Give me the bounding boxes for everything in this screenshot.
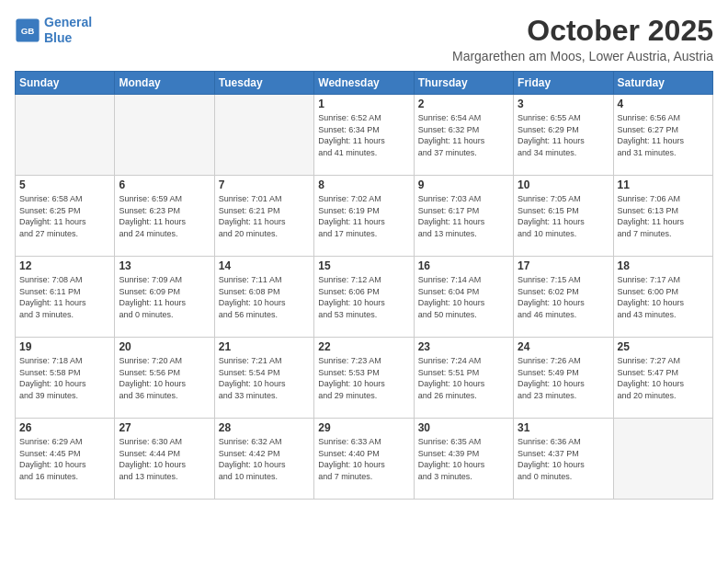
calendar-cell: 3Sunrise: 6:55 AM Sunset: 6:29 PM Daylig… — [514, 95, 613, 176]
day-info: Sunrise: 7:26 AM Sunset: 5:49 PM Dayligh… — [518, 355, 609, 401]
day-info: Sunrise: 7:18 AM Sunset: 5:58 PM Dayligh… — [19, 355, 110, 401]
calendar-cell — [214, 95, 313, 176]
day-number: 22 — [318, 340, 409, 353]
day-number: 9 — [418, 178, 509, 191]
day-number: 15 — [318, 259, 409, 272]
day-info: Sunrise: 7:17 AM Sunset: 6:00 PM Dayligh… — [618, 274, 709, 320]
day-number: 4 — [618, 98, 709, 110]
location-title: Margarethen am Moos, Lower Austria, Aust… — [452, 49, 713, 63]
day-info: Sunrise: 6:54 AM Sunset: 6:32 PM Dayligh… — [418, 112, 509, 158]
calendar-cell: 12Sunrise: 7:08 AM Sunset: 6:11 PM Dayli… — [16, 257, 115, 338]
day-number: 3 — [518, 98, 609, 110]
day-number: 11 — [618, 178, 709, 191]
calendar-cell: 17Sunrise: 7:15 AM Sunset: 6:02 PM Dayli… — [514, 257, 613, 338]
calendar-cell: 11Sunrise: 7:06 AM Sunset: 6:13 PM Dayli… — [613, 176, 712, 257]
day-info: Sunrise: 6:35 AM Sunset: 4:39 PM Dayligh… — [418, 436, 509, 482]
header-saturday: Saturday — [613, 72, 712, 95]
calendar-cell: 25Sunrise: 7:27 AM Sunset: 5:47 PM Dayli… — [613, 338, 712, 419]
day-info: Sunrise: 6:59 AM Sunset: 6:23 PM Dayligh… — [119, 193, 210, 239]
calendar-cell: 15Sunrise: 7:12 AM Sunset: 6:06 PM Dayli… — [314, 257, 414, 338]
day-info: Sunrise: 7:20 AM Sunset: 5:56 PM Dayligh… — [119, 355, 210, 401]
day-number: 31 — [518, 421, 609, 434]
calendar-cell — [115, 95, 214, 176]
header-thursday: Thursday — [414, 72, 513, 95]
calendar-cell: 14Sunrise: 7:11 AM Sunset: 6:08 PM Dayli… — [214, 257, 313, 338]
calendar-cell: 26Sunrise: 6:29 AM Sunset: 4:45 PM Dayli… — [16, 419, 115, 500]
day-number: 29 — [318, 421, 409, 434]
day-info: Sunrise: 6:52 AM Sunset: 6:34 PM Dayligh… — [318, 112, 409, 158]
day-number: 2 — [418, 98, 509, 110]
month-title: October 2025 — [452, 15, 713, 47]
calendar-cell — [16, 95, 115, 176]
calendar-cell: 21Sunrise: 7:21 AM Sunset: 5:54 PM Dayli… — [214, 338, 313, 419]
header-monday: Monday — [115, 72, 214, 95]
day-number: 26 — [19, 421, 110, 434]
day-info: Sunrise: 7:23 AM Sunset: 5:53 PM Dayligh… — [318, 355, 409, 401]
calendar-cell: 22Sunrise: 7:23 AM Sunset: 5:53 PM Dayli… — [314, 338, 414, 419]
calendar-cell: 10Sunrise: 7:05 AM Sunset: 6:15 PM Dayli… — [514, 176, 613, 257]
day-info: Sunrise: 7:24 AM Sunset: 5:51 PM Dayligh… — [418, 355, 509, 401]
day-info: Sunrise: 6:30 AM Sunset: 4:44 PM Dayligh… — [119, 436, 210, 482]
day-number: 18 — [618, 259, 709, 272]
day-info: Sunrise: 7:01 AM Sunset: 6:21 PM Dayligh… — [219, 193, 310, 239]
calendar-cell: 16Sunrise: 7:14 AM Sunset: 6:04 PM Dayli… — [414, 257, 513, 338]
calendar-week-1: 1Sunrise: 6:52 AM Sunset: 6:34 PM Daylig… — [16, 95, 713, 176]
svg-text:GB: GB — [21, 26, 35, 36]
day-number: 21 — [219, 340, 310, 353]
calendar-cell — [613, 419, 712, 500]
header-sunday: Sunday — [16, 72, 115, 95]
header-tuesday: Tuesday — [214, 72, 313, 95]
day-number: 13 — [119, 259, 210, 272]
calendar-week-2: 5Sunrise: 6:58 AM Sunset: 6:25 PM Daylig… — [16, 176, 713, 257]
day-info: Sunrise: 7:11 AM Sunset: 6:08 PM Dayligh… — [219, 274, 310, 320]
header-friday: Friday — [514, 72, 613, 95]
day-info: Sunrise: 6:29 AM Sunset: 4:45 PM Dayligh… — [19, 436, 110, 482]
day-number: 12 — [19, 259, 110, 272]
day-number: 16 — [418, 259, 509, 272]
day-info: Sunrise: 6:32 AM Sunset: 4:42 PM Dayligh… — [219, 436, 310, 482]
day-info: Sunrise: 7:27 AM Sunset: 5:47 PM Dayligh… — [618, 355, 709, 401]
logo-icon: GB — [15, 17, 40, 43]
day-info: Sunrise: 6:33 AM Sunset: 4:40 PM Dayligh… — [318, 436, 409, 482]
calendar-cell: 1Sunrise: 6:52 AM Sunset: 6:34 PM Daylig… — [314, 95, 414, 176]
calendar-cell: 23Sunrise: 7:24 AM Sunset: 5:51 PM Dayli… — [414, 338, 513, 419]
header-wednesday: Wednesday — [314, 72, 414, 95]
calendar-cell: 8Sunrise: 7:02 AM Sunset: 6:19 PM Daylig… — [314, 176, 414, 257]
calendar-cell: 24Sunrise: 7:26 AM Sunset: 5:49 PM Dayli… — [514, 338, 613, 419]
day-number: 23 — [418, 340, 509, 353]
day-info: Sunrise: 7:12 AM Sunset: 6:06 PM Dayligh… — [318, 274, 409, 320]
day-number: 20 — [119, 340, 210, 353]
day-number: 14 — [219, 259, 310, 272]
calendar-cell: 4Sunrise: 6:56 AM Sunset: 6:27 PM Daylig… — [613, 95, 712, 176]
calendar-header-row: SundayMondayTuesdayWednesdayThursdayFrid… — [16, 72, 713, 95]
calendar-cell: 29Sunrise: 6:33 AM Sunset: 4:40 PM Dayli… — [314, 419, 414, 500]
day-info: Sunrise: 7:14 AM Sunset: 6:04 PM Dayligh… — [418, 274, 509, 320]
calendar-cell: 31Sunrise: 6:36 AM Sunset: 4:37 PM Dayli… — [514, 419, 613, 500]
day-number: 10 — [518, 178, 609, 191]
calendar-cell: 6Sunrise: 6:59 AM Sunset: 6:23 PM Daylig… — [115, 176, 214, 257]
calendar-cell: 13Sunrise: 7:09 AM Sunset: 6:09 PM Dayli… — [115, 257, 214, 338]
day-info: Sunrise: 7:08 AM Sunset: 6:11 PM Dayligh… — [19, 274, 110, 320]
logo: GB General Blue — [15, 15, 92, 46]
calendar-cell: 30Sunrise: 6:35 AM Sunset: 4:39 PM Dayli… — [414, 419, 513, 500]
day-info: Sunrise: 6:55 AM Sunset: 6:29 PM Dayligh… — [518, 112, 609, 158]
calendar-week-3: 12Sunrise: 7:08 AM Sunset: 6:11 PM Dayli… — [16, 257, 713, 338]
day-info: Sunrise: 7:21 AM Sunset: 5:54 PM Dayligh… — [219, 355, 310, 401]
calendar-cell: 20Sunrise: 7:20 AM Sunset: 5:56 PM Dayli… — [115, 338, 214, 419]
day-number: 30 — [418, 421, 509, 434]
calendar-cell: 2Sunrise: 6:54 AM Sunset: 6:32 PM Daylig… — [414, 95, 513, 176]
day-number: 25 — [618, 340, 709, 353]
day-info: Sunrise: 7:06 AM Sunset: 6:13 PM Dayligh… — [618, 193, 709, 239]
day-number: 1 — [318, 98, 409, 110]
day-info: Sunrise: 7:15 AM Sunset: 6:02 PM Dayligh… — [518, 274, 609, 320]
calendar-cell: 9Sunrise: 7:03 AM Sunset: 6:17 PM Daylig… — [414, 176, 513, 257]
calendar-cell: 18Sunrise: 7:17 AM Sunset: 6:00 PM Dayli… — [613, 257, 712, 338]
day-number: 8 — [318, 178, 409, 191]
day-number: 7 — [219, 178, 310, 191]
day-info: Sunrise: 6:58 AM Sunset: 6:25 PM Dayligh… — [19, 193, 110, 239]
calendar-cell: 19Sunrise: 7:18 AM Sunset: 5:58 PM Dayli… — [16, 338, 115, 419]
calendar-cell: 28Sunrise: 6:32 AM Sunset: 4:42 PM Dayli… — [214, 419, 313, 500]
page-header: GB General Blue October 2025 Margarethen… — [15, 15, 713, 63]
calendar-cell: 5Sunrise: 6:58 AM Sunset: 6:25 PM Daylig… — [16, 176, 115, 257]
title-block: October 2025 Margarethen am Moos, Lower … — [452, 15, 713, 63]
